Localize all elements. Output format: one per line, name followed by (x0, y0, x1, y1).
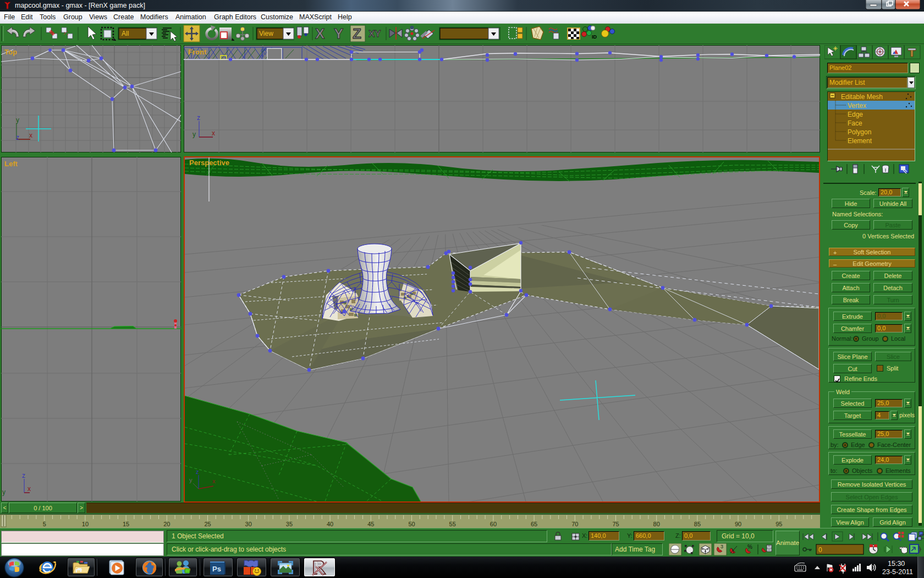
svg-text:y: y (16, 116, 19, 124)
svg-text:Element: Element (848, 137, 872, 145)
svg-text:Vertex: Vertex (848, 102, 866, 110)
svg-text:Polygon: Polygon (848, 128, 871, 136)
svg-text:10: 10 (82, 521, 89, 527)
svg-text:z: z (16, 134, 19, 141)
svg-text:x: x (212, 478, 216, 484)
svg-text:Left: Left (4, 160, 18, 168)
svg-text:Edge: Edge (848, 111, 863, 118)
svg-text:Z: Z (353, 25, 361, 42)
svg-text:XY: XY (369, 29, 381, 39)
svg-text:All: All (122, 30, 129, 37)
svg-text:Editable Mesh: Editable Mesh (841, 93, 883, 101)
svg-text:Top: Top (4, 48, 17, 56)
svg-text:y: y (193, 130, 196, 138)
svg-text:0: 0 (818, 546, 822, 554)
svg-text:35: 35 (286, 521, 293, 527)
svg-text:5: 5 (43, 521, 46, 527)
svg-text:y: y (2, 488, 6, 496)
svg-text:%: % (747, 544, 752, 550)
svg-text:3: 3 (721, 544, 723, 549)
svg-text:y: y (189, 477, 193, 483)
svg-text:Perspective: Perspective (189, 159, 229, 167)
svg-text:65: 65 (531, 521, 537, 527)
svg-text:X: X (315, 25, 325, 42)
svg-text:50: 50 (408, 521, 415, 527)
svg-text:z: z (22, 472, 25, 479)
svg-text:30: 30 (245, 521, 252, 527)
svg-text:z: z (197, 114, 200, 122)
svg-text:15: 15 (123, 521, 129, 527)
svg-text:85: 85 (694, 521, 701, 527)
svg-text:z: z (196, 468, 199, 475)
svg-text:Y: Y (334, 25, 343, 42)
svg-text:40: 40 (327, 521, 333, 527)
svg-text:20: 20 (163, 521, 170, 527)
svg-text:60: 60 (490, 521, 497, 527)
svg-text:70: 70 (571, 521, 578, 527)
svg-text:Face: Face (848, 119, 862, 127)
svg-text:ID: ID (592, 34, 597, 40)
svg-text:45: 45 (367, 521, 374, 527)
svg-text:75: 75 (612, 521, 619, 527)
svg-text:90: 90 (735, 521, 741, 527)
svg-text:Ps: Ps (212, 565, 221, 573)
svg-text:x: x (29, 132, 32, 139)
svg-text:95: 95 (776, 521, 782, 527)
svg-text:55: 55 (449, 521, 456, 527)
svg-text:x: x (212, 129, 215, 137)
svg-text:x: x (28, 485, 31, 493)
svg-text:25: 25 (204, 521, 211, 527)
svg-text:80: 80 (653, 521, 660, 527)
svg-text:Front: Front (188, 48, 207, 56)
svg-text:View: View (259, 30, 273, 37)
